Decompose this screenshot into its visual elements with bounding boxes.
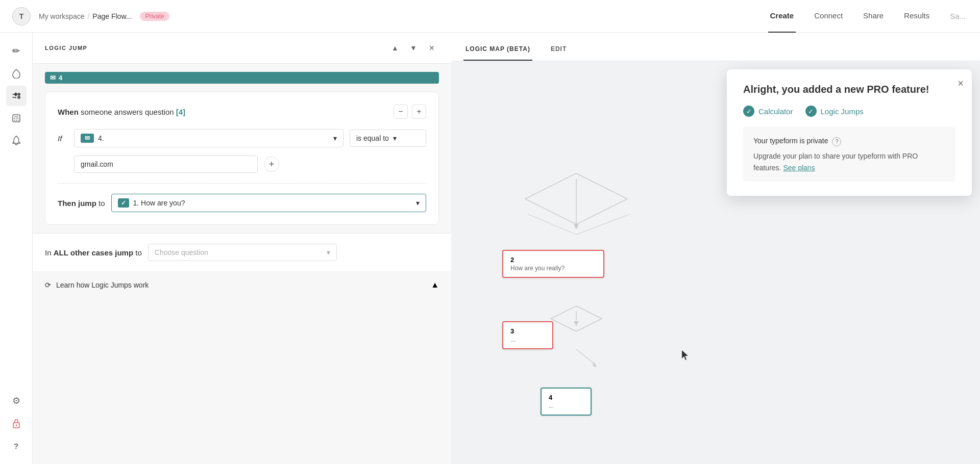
- sidebar-edit-icon[interactable]: ✏: [6, 41, 27, 61]
- tab-results[interactable]: Results: [902, 0, 932, 33]
- sidebar-lock-icon[interactable]: [6, 413, 27, 433]
- private-badge[interactable]: Private: [140, 12, 169, 21]
- node2-number: 2: [510, 256, 596, 264]
- condition-value-input[interactable]: [74, 156, 258, 173]
- tab-connect[interactable]: Connect: [812, 0, 845, 33]
- feature-calculator-label: Calculator: [758, 107, 793, 116]
- if-q-inner: ✉ 4.: [81, 134, 104, 143]
- popup-features: ✓ Calculator ✓ Logic Jumps: [743, 106, 955, 117]
- learn-chevron: ▲: [431, 280, 439, 290]
- logic-jumps-check-icon: ✓: [805, 106, 817, 117]
- sidebar-paint-icon[interactable]: [6, 63, 27, 84]
- collapse-up-button[interactable]: ▲: [388, 41, 402, 55]
- node2-text: How are you really?: [510, 265, 596, 272]
- logic-jump-header: LOGIC JUMP ▲ ▼ ✕: [33, 33, 451, 64]
- q-badge-number: 4: [59, 74, 62, 82]
- right-panel-tabs: LOGIC MAP (BETA) EDIT: [451, 33, 980, 61]
- learn-footer[interactable]: ⟳ Learn how Logic Jumps work ▲: [33, 271, 451, 299]
- tab-save[interactable]: Sa...: [948, 12, 968, 20]
- logic-map-canvas: 2 How are you really? 3 ... 4 ...: [451, 61, 980, 464]
- add-condition-button[interactable]: +: [412, 105, 426, 119]
- flow-node-4[interactable]: 4 ...: [541, 388, 592, 416]
- left-panel: LOGIC JUMP ▲ ▼ ✕ ✉ 4 When someone answer…: [33, 33, 451, 464]
- popup-title: Alright, you added a new PRO feature!: [743, 84, 955, 95]
- popup-info-box: Your typeform is private ? Upgrade your …: [743, 127, 955, 182]
- sidebar-logic-icon[interactable]: [6, 86, 27, 106]
- condition-operator-label: is equal to: [356, 134, 389, 142]
- sidebar-help-icon[interactable]: ?: [6, 435, 27, 456]
- node4-text: ...: [549, 402, 583, 409]
- then-q-inner: ✓ 1. How are you?: [118, 198, 185, 208]
- if-question-select[interactable]: ✉ 4. ▾: [74, 129, 344, 147]
- condition-card: When someone answers question [4] − + If: [45, 92, 439, 225]
- then-row: Then jump to ✓ 1. How are you? ▾: [58, 194, 426, 212]
- if-question-chevron: ▾: [333, 134, 337, 142]
- svg-marker-21: [525, 173, 627, 224]
- question-mark-icon[interactable]: ?: [832, 137, 841, 146]
- svg-point-10: [17, 120, 18, 121]
- then-question-label: 1. How are you?: [133, 199, 185, 207]
- tab-create[interactable]: Create: [768, 0, 796, 33]
- popup-close-button[interactable]: ×: [958, 78, 964, 89]
- other-cases-text: In ALL other cases jump to: [45, 248, 142, 257]
- remove-condition-button[interactable]: −: [394, 105, 408, 119]
- flow-node-2[interactable]: 2 How are you really?: [502, 250, 604, 278]
- other-cases-row: In ALL other cases jump to Choose questi…: [33, 233, 451, 271]
- sidebar-calculator-icon[interactable]: [6, 108, 27, 128]
- svg-point-12: [15, 425, 17, 426]
- svg-point-6: [16, 118, 17, 119]
- see-plans-link[interactable]: See plans: [783, 164, 815, 172]
- if-question-number: 4.: [98, 134, 104, 142]
- condition-divider: [58, 183, 426, 184]
- workspace-label[interactable]: My workspace: [39, 12, 84, 20]
- other-cases-select[interactable]: Choose question ▾: [148, 244, 337, 261]
- when-question-ref[interactable]: [4]: [176, 108, 185, 116]
- value-row: +: [58, 156, 426, 173]
- calculator-check-icon: ✓: [743, 106, 754, 117]
- breadcrumb-sep: /: [87, 12, 89, 20]
- nav-tabs: Create Connect Share Results Sa...: [768, 0, 968, 33]
- node3-text: ...: [510, 336, 545, 343]
- notification-popup: × Alright, you added a new PRO feature! …: [727, 69, 972, 196]
- then-q-badge: ✓: [118, 198, 129, 208]
- learn-footer-inner: ⟳ Learn how Logic Jumps work: [45, 281, 149, 289]
- svg-marker-18: [593, 362, 597, 368]
- cursor: [682, 350, 688, 360]
- nav-avatar[interactable]: T: [12, 7, 31, 25]
- svg-marker-22: [551, 306, 602, 331]
- info-description: Upgrade your plan to share your typeform…: [753, 152, 918, 171]
- sidebar-notification-icon[interactable]: [6, 131, 27, 151]
- collapse-down-button[interactable]: ▼: [406, 41, 421, 55]
- svg-line-19: [528, 214, 576, 235]
- tab-logic-map[interactable]: LOGIC MAP (BETA): [463, 45, 532, 61]
- logic-jump-controls: ▲ ▼ ✕: [388, 41, 439, 55]
- svg-point-2: [15, 93, 17, 95]
- svg-point-5: [14, 118, 15, 119]
- left-sidebar: ✏ ⚙ ?: [0, 33, 33, 464]
- learn-text: Learn how Logic Jumps work: [56, 281, 149, 289]
- feature-calculator: ✓ Calculator: [743, 106, 793, 117]
- page-name-label[interactable]: Page Flow...: [92, 12, 132, 20]
- flow-node-3[interactable]: 3 ...: [502, 321, 553, 349]
- close-panel-button[interactable]: ✕: [425, 41, 439, 55]
- then-chevron: ▾: [416, 199, 420, 207]
- then-question-select[interactable]: ✓ 1. How are you? ▾: [111, 194, 426, 212]
- other-cases-placeholder: Choose question: [155, 248, 208, 256]
- sidebar-settings-icon[interactable]: ⚙: [6, 391, 27, 411]
- svg-point-8: [14, 120, 15, 121]
- tab-edit[interactable]: EDIT: [549, 45, 569, 61]
- when-row: When someone answers question [4] − +: [58, 105, 426, 119]
- condition-operator-select[interactable]: is equal to ▾: [350, 130, 426, 147]
- tab-share[interactable]: Share: [861, 0, 886, 33]
- if-row: If ✉ 4. ▾ is equal to ▾: [58, 129, 426, 147]
- top-nav: T My workspace / Page Flow... Private Cr…: [0, 0, 980, 33]
- logic-jump-title: LOGIC JUMP: [45, 45, 87, 51]
- add-value-button[interactable]: +: [264, 157, 279, 172]
- node4-number: 4: [549, 394, 583, 401]
- main-content: ✏ ⚙ ? LOGIC JUMP ▲ ▼ ✕: [0, 33, 980, 464]
- condition-operator-chevron: ▾: [393, 134, 397, 142]
- node3-number: 3: [510, 327, 545, 335]
- svg-line-20: [576, 214, 630, 235]
- right-panel: LOGIC MAP (BETA) EDIT: [451, 33, 980, 464]
- svg-marker-16: [574, 321, 579, 326]
